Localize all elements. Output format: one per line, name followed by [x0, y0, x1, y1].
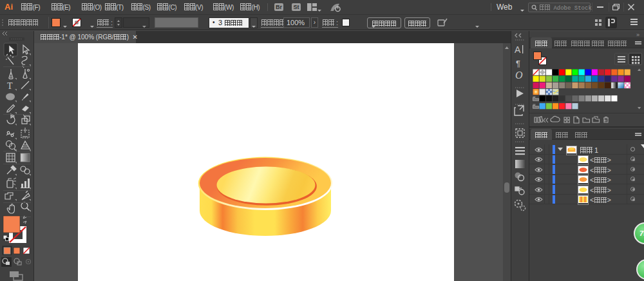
- svg-text:T: T: [7, 81, 13, 91]
- svg-text:¶: ¶: [516, 59, 520, 68]
- svg-text:A: A: [515, 44, 521, 55]
- svg-text:O: O: [515, 70, 523, 81]
